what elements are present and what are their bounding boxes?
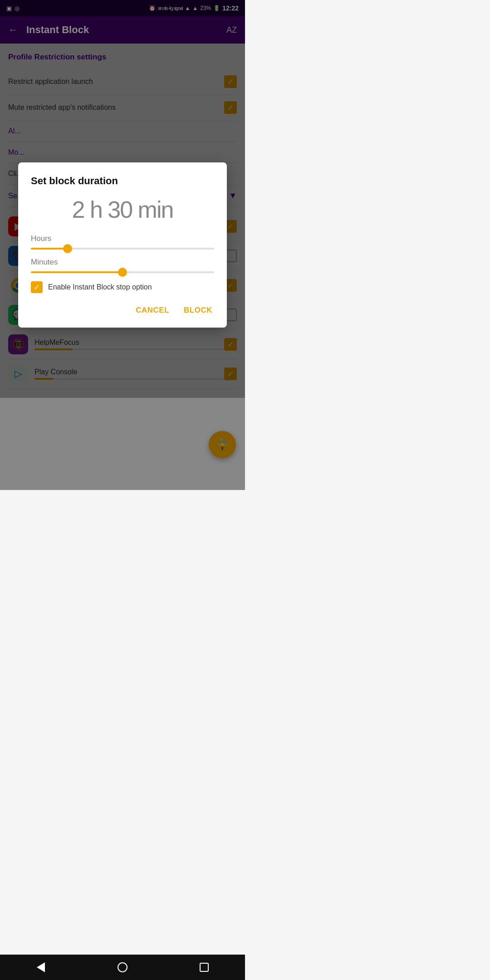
hours-slider-thumb[interactable]	[63, 244, 72, 253]
minutes-label: Minutes	[31, 258, 214, 267]
enable-stop-checkbox[interactable]: ✓	[31, 281, 43, 293]
dialog-title: Set block duration	[31, 175, 214, 187]
dialog-buttons: CANCEL BLOCK	[31, 302, 214, 318]
hours-slider-track	[31, 248, 214, 250]
minutes-slider-container: Minutes	[31, 258, 214, 273]
minutes-slider-fill	[31, 271, 122, 273]
dialog-overlay: Set block duration 2 h 30 min Hours Minu…	[0, 0, 245, 490]
minutes-slider-track	[31, 271, 214, 273]
set-block-duration-dialog: Set block duration 2 h 30 min Hours Minu…	[18, 162, 227, 328]
time-display: 2 h 30 min	[31, 196, 214, 223]
hours-slider-fill	[31, 248, 68, 250]
enable-stop-option-row: ✓ Enable Instant Block stop option	[31, 281, 214, 293]
cancel-button[interactable]: CANCEL	[134, 302, 171, 318]
minutes-slider-thumb[interactable]	[118, 268, 127, 277]
hours-label: Hours	[31, 234, 214, 243]
hours-slider-container: Hours	[31, 234, 214, 250]
enable-stop-label: Enable Instant Block stop option	[48, 283, 152, 291]
block-button[interactable]: BLOCK	[182, 302, 214, 318]
